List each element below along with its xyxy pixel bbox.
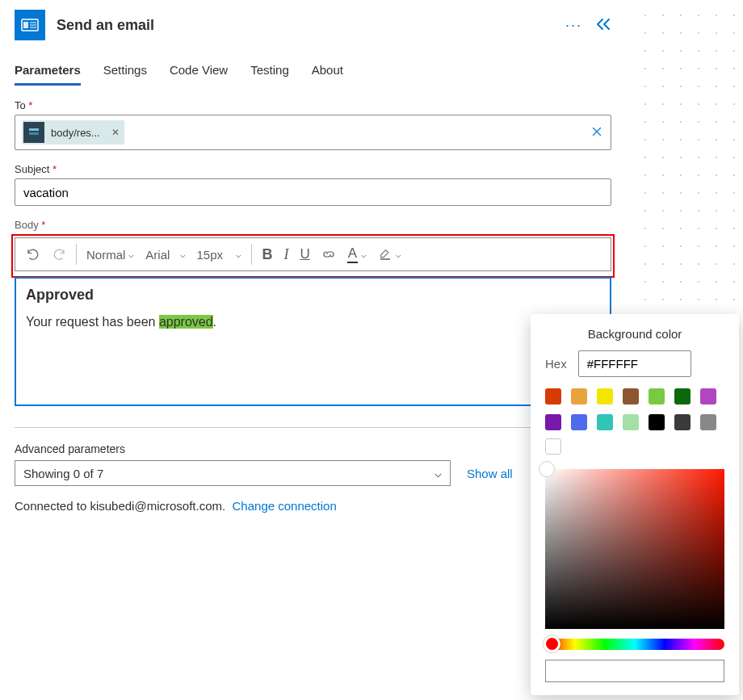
hue-slider[interactable]	[545, 639, 724, 650]
hex-label: Hex	[545, 357, 567, 371]
redo-button[interactable]	[46, 243, 72, 266]
swatch[interactable]	[649, 414, 665, 430]
svg-rect-1	[23, 22, 28, 28]
canvas-dots	[630, 0, 743, 323]
tab-code-view[interactable]: Code View	[170, 58, 228, 85]
tab-about[interactable]: About	[312, 58, 343, 85]
advanced-label: Advanced parameters	[15, 442, 611, 455]
connection-info: Connected to kisubedi@microsoft.com. Cha…	[15, 499, 611, 532]
color-swatches	[545, 388, 724, 430]
chip-label: body/res...	[51, 127, 100, 139]
clear-to-icon[interactable]	[590, 124, 604, 141]
chevron-down-icon: ⌵	[236, 249, 241, 260]
underline-button[interactable]: U	[294, 242, 315, 266]
outlook-icon	[15, 10, 45, 40]
to-label: To	[15, 99, 26, 111]
subject-label: Subject	[15, 163, 49, 175]
chevron-down-icon: ⌵	[361, 249, 367, 260]
body-heading: Approved	[26, 287, 600, 304]
saturation-indicator[interactable]	[539, 461, 555, 477]
size-select[interactable]: 15px ⌵	[191, 244, 248, 266]
font-color-button[interactable]: A⌵	[342, 241, 372, 267]
body-label: Body	[15, 219, 39, 231]
remove-chip-icon[interactable]: ✕	[111, 127, 120, 138]
swatch[interactable]	[597, 388, 613, 404]
panel-header: Send an email ···	[0, 0, 626, 52]
highlighted-word: approved	[159, 315, 213, 329]
hue-thumb[interactable]	[544, 635, 560, 652]
svg-rect-3	[29, 132, 39, 135]
link-button[interactable]	[316, 243, 342, 266]
color-picker-title: Background color	[545, 327, 724, 341]
font-select[interactable]: Arial ⌵	[140, 244, 191, 266]
bold-button[interactable]: B	[256, 242, 278, 267]
swatch[interactable]	[649, 388, 665, 404]
swatch[interactable]	[597, 414, 613, 430]
field-body: Body * Normal⌵ Arial ⌵ 15px ⌵ B I U A⌵ ⌵…	[15, 219, 611, 406]
change-connection-link[interactable]: Change connection	[233, 499, 337, 513]
more-menu-icon[interactable]: ···	[565, 17, 582, 34]
divider	[15, 427, 611, 428]
chevron-down-icon: ⌵	[180, 249, 186, 260]
swatch-white[interactable]	[545, 438, 561, 455]
to-chip[interactable]: body/res... ✕	[22, 120, 124, 145]
format-select[interactable]: Normal⌵	[81, 244, 140, 266]
italic-button[interactable]: I	[278, 242, 294, 267]
chevron-down-icon: ⌵	[396, 249, 401, 260]
swatch[interactable]	[571, 414, 587, 430]
rich-text-toolbar: Normal⌵ Arial ⌵ 15px ⌵ B I U A⌵ ⌵	[15, 237, 611, 271]
tabs: Parameters Settings Code View Testing Ab…	[0, 52, 626, 85]
to-input[interactable]: body/res... ✕	[15, 115, 611, 150]
swatch[interactable]	[674, 388, 691, 404]
dynamic-content-icon	[23, 122, 44, 143]
swatch[interactable]	[700, 388, 716, 404]
subject-input[interactable]	[22, 185, 604, 200]
tab-testing[interactable]: Testing	[250, 58, 289, 85]
tab-settings[interactable]: Settings	[103, 58, 147, 85]
swatch[interactable]	[623, 388, 639, 404]
color-extra-input[interactable]	[545, 660, 724, 682]
swatch[interactable]	[545, 388, 561, 404]
svg-rect-2	[29, 128, 39, 131]
swatch[interactable]	[700, 414, 716, 430]
tab-parameters[interactable]: Parameters	[15, 58, 81, 85]
show-all-link[interactable]: Show all	[467, 467, 513, 480]
undo-button[interactable]	[20, 243, 46, 266]
subject-input-box[interactable]	[15, 178, 611, 206]
body-editor[interactable]: Approved Your request has been approved.	[15, 277, 611, 406]
field-to: To * body/res... ✕	[15, 99, 611, 150]
chevron-down-icon: ⌵	[128, 249, 134, 260]
color-picker-popup: Background color Hex	[531, 314, 739, 695]
swatch[interactable]	[623, 414, 639, 430]
swatch[interactable]	[545, 414, 561, 430]
hex-input[interactable]	[578, 350, 691, 377]
swatch[interactable]	[571, 388, 587, 404]
toolbar-highlight: Normal⌵ Arial ⌵ 15px ⌵ B I U A⌵ ⌵	[11, 234, 615, 278]
highlight-color-button[interactable]: ⌵	[372, 243, 407, 266]
saturation-area[interactable]	[545, 469, 724, 629]
chevron-down-icon: ⌵	[434, 466, 442, 480]
body-text: Your request has been approved.	[26, 315, 600, 329]
collapse-icon[interactable]	[595, 18, 611, 33]
advanced-parameters-select[interactable]: Showing 0 of 7 ⌵	[15, 460, 451, 486]
swatch[interactable]	[674, 414, 691, 430]
field-subject: Subject *	[15, 163, 611, 206]
panel-title: Send an email	[57, 17, 554, 34]
